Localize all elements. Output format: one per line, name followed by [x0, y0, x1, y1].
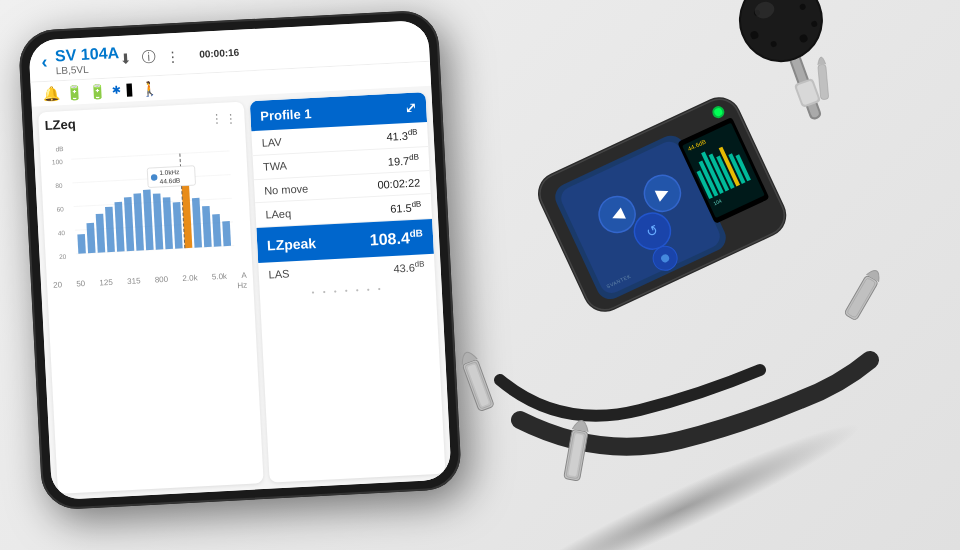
expand-icon[interactable]: ⤢ [404, 100, 417, 117]
laeq-value: 61.5dB [390, 200, 422, 215]
chart-svg: dB 100 80 60 40 20 [45, 129, 246, 279]
device-info: SV 104A LB,5VL [55, 44, 120, 76]
svg-rect-25 [212, 214, 221, 247]
svg-text:80: 80 [55, 182, 63, 189]
header-icons: ⬇ ⓘ ⋮ 00:00:16 [119, 43, 240, 67]
twa-label: TWA [263, 160, 288, 173]
profile-title: Profile 1 [260, 106, 312, 124]
device-svg: ◀ ▶ ↺ 44.6dB 104 [420, 0, 940, 490]
svg-line-6 [71, 151, 229, 159]
laeq-label: LAeq [265, 207, 291, 220]
svg-rect-18 [143, 190, 154, 251]
bell-icon: 🔔 [43, 85, 61, 102]
lzpeak-value: 108.4dB [369, 227, 423, 249]
svg-text:20: 20 [59, 253, 67, 260]
info-icon[interactable]: ⓘ [141, 48, 156, 67]
bluetooth-icon: ✱ [112, 84, 122, 97]
device-subtitle: LB,5VL [56, 62, 121, 76]
svg-rect-80 [818, 64, 829, 100]
more-icon[interactable]: ⋮ [165, 47, 180, 64]
nomove-value: 00:02:22 [377, 177, 420, 191]
lav-value: 41.3dB [386, 128, 418, 143]
phone-screen: ‹ SV 104A LB,5VL ⬇ ⓘ ⋮ 00:00:16 🔔 🔋 🔋 ✱ … [28, 20, 452, 500]
svg-line-8 [74, 198, 232, 206]
device-title: SV 104A [55, 44, 120, 64]
svg-rect-20 [163, 197, 173, 249]
app-content: LZeq ⋮⋮ dB 100 80 60 40 20 [32, 86, 452, 500]
lav-label: LAV [261, 135, 282, 148]
svg-rect-16 [124, 197, 134, 251]
svg-rect-26 [222, 221, 231, 246]
person-icon: 🚶 [140, 80, 158, 97]
battery2-icon: 🔋 [89, 83, 107, 100]
back-button[interactable]: ‹ [41, 52, 48, 73]
chart-menu-icon[interactable]: ⋮⋮ [210, 110, 239, 125]
svg-text:dB: dB [55, 145, 63, 152]
profile-panel: Profile 1 ⤢ LAV 41.3dB TWA 19.7dB No mov… [250, 92, 446, 483]
svg-rect-17 [133, 193, 144, 250]
chart-title: LZeq [44, 116, 76, 133]
lzpeak-label: LZpeak [267, 235, 317, 254]
svg-rect-13 [96, 214, 106, 253]
svg-rect-24 [202, 206, 212, 247]
download-icon[interactable]: ⬇ [119, 50, 132, 67]
svg-rect-12 [86, 223, 95, 254]
svg-text:44.6dB: 44.6dB [160, 177, 181, 185]
svg-text:60: 60 [56, 205, 64, 212]
svg-rect-81 [844, 275, 879, 321]
svg-rect-22 [182, 185, 193, 248]
phone-mockup: ‹ SV 104A LB,5VL ⬇ ⓘ ⋮ 00:00:16 🔔 🔋 🔋 ✱ … [18, 9, 463, 510]
timer: 00:00:16 [199, 47, 240, 60]
svg-rect-21 [173, 202, 183, 249]
svg-text:40: 40 [58, 229, 66, 236]
svg-rect-23 [192, 198, 202, 248]
svg-rect-11 [77, 234, 86, 254]
chart-area: dB 100 80 60 40 20 [45, 129, 246, 279]
chart-panel: LZeq ⋮⋮ dB 100 80 60 40 20 [38, 102, 264, 494]
svg-text:1.0kHz: 1.0kHz [159, 168, 179, 176]
svg-rect-14 [105, 207, 115, 253]
twa-value: 19.7dB [387, 152, 419, 167]
signal-icon: ▋ [127, 83, 136, 96]
svg-text:100: 100 [52, 158, 64, 166]
svg-rect-15 [114, 202, 124, 252]
nomove-label: No move [264, 183, 309, 197]
battery-icon: 🔋 [66, 84, 84, 101]
las-label: LAS [268, 268, 289, 281]
device-image: ◀ ▶ ↺ 44.6dB 104 [420, 0, 940, 490]
